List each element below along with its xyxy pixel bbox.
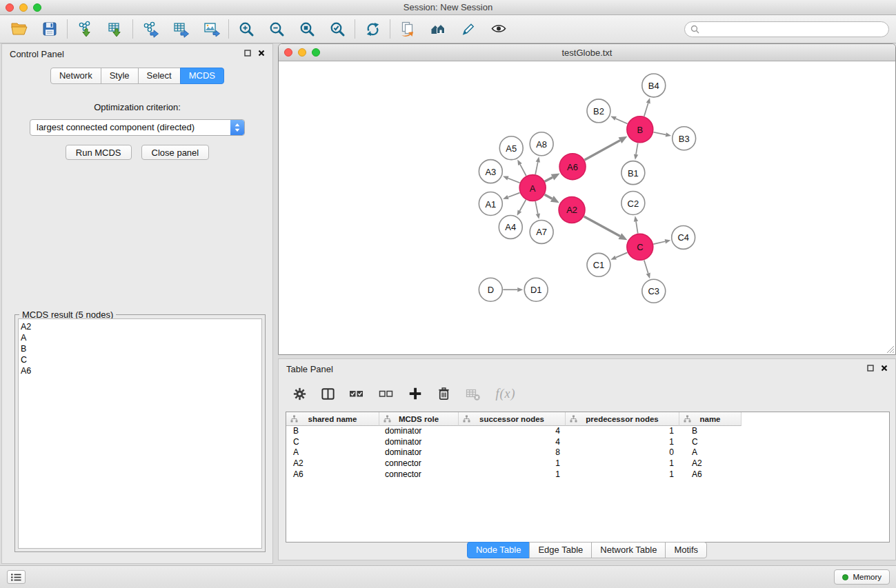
home-icon[interactable] <box>427 18 449 40</box>
table-cell[interactable]: 1 <box>459 469 566 480</box>
search-input[interactable] <box>703 25 883 34</box>
node-B[interactable]: B <box>627 116 653 143</box>
edge-A-A1[interactable] <box>508 193 520 197</box>
table-cell[interactable]: connector <box>379 458 459 469</box>
zoom-selected-icon[interactable] <box>326 18 348 40</box>
close-panel-button[interactable]: Close panel <box>141 145 210 160</box>
table-cell[interactable]: A2 <box>679 458 741 469</box>
mcds-result-list[interactable]: A2ABCA6 <box>18 318 262 549</box>
tab-select[interactable]: Select <box>138 68 181 84</box>
save-session-icon[interactable] <box>39 18 61 40</box>
table-row[interactable]: A2connector11A2 <box>286 458 889 469</box>
select-all-icon[interactable] <box>348 383 366 405</box>
table-cell[interactable]: C <box>679 437 741 448</box>
table-cell[interactable]: A6 <box>679 469 741 480</box>
table-cell[interactable]: C <box>286 437 379 448</box>
column-header-MCDS-role[interactable]: MCDS role <box>379 412 459 426</box>
network-close-button[interactable] <box>284 48 292 57</box>
close-table-panel-icon[interactable] <box>880 364 888 374</box>
network-maximize-button[interactable] <box>312 48 320 57</box>
table-row[interactable]: Cdominator41C <box>286 437 889 448</box>
node-B1[interactable]: B1 <box>621 161 645 185</box>
column-header-shared-name[interactable]: shared name <box>286 412 379 426</box>
node-C[interactable]: C <box>627 234 653 260</box>
table-settings-gear-icon[interactable] <box>291 383 308 405</box>
minimize-window-button[interactable] <box>19 3 28 12</box>
float-panel-icon[interactable] <box>243 49 252 59</box>
edge-A-A2[interactable] <box>545 194 552 199</box>
resize-grip-icon[interactable] <box>886 345 895 354</box>
table-row[interactable]: Bdominator41B <box>286 426 889 437</box>
import-network-icon[interactable] <box>74 18 96 40</box>
table-cell[interactable]: B <box>679 426 741 437</box>
network-canvas[interactable]: B4B2BB3A5A8A6B1A3AC2A1A2A4A7C4CC1C3DD1 <box>279 62 895 354</box>
node-D1[interactable]: D1 <box>524 278 548 301</box>
zoom-in-icon[interactable] <box>235 18 257 40</box>
documents-arrow-icon[interactable] <box>397 18 419 40</box>
table-cell[interactable]: A2 <box>286 458 379 469</box>
node-C2[interactable]: C2 <box>621 192 645 215</box>
node-A[interactable]: A <box>519 175 546 201</box>
add-column-icon[interactable] <box>407 383 424 405</box>
mcds-result-item[interactable]: A <box>21 332 261 343</box>
column-header-predecessor-nodes[interactable]: predecessor nodes <box>566 412 679 426</box>
import-table-icon[interactable] <box>104 18 126 40</box>
node-C3[interactable]: C3 <box>642 279 666 303</box>
pencil-icon[interactable] <box>457 18 479 40</box>
node-C4[interactable]: C4 <box>672 225 695 249</box>
export-image-icon[interactable] <box>200 18 222 40</box>
node-A8[interactable]: A8 <box>530 132 553 156</box>
node-D[interactable]: D <box>479 278 502 301</box>
column-header-name[interactable]: name <box>679 412 741 426</box>
tab-network[interactable]: Network <box>50 68 101 84</box>
table-cell[interactable]: 1 <box>566 458 679 469</box>
node-B3[interactable]: B3 <box>673 127 696 150</box>
mcds-result-item[interactable]: A2 <box>21 321 261 332</box>
table-cell[interactable]: dominator <box>379 447 459 458</box>
node-B2[interactable]: B2 <box>587 99 610 123</box>
table-cell[interactable]: connector <box>379 469 459 480</box>
memory-button[interactable]: Memory <box>834 569 890 585</box>
open-session-icon[interactable] <box>8 18 30 40</box>
node-A1[interactable]: A1 <box>479 192 502 216</box>
table-cell[interactable]: 1 <box>459 458 566 469</box>
tab-node-table[interactable]: Node Table <box>467 542 530 558</box>
edge-A6-B[interactable] <box>585 141 620 160</box>
table-cell[interactable]: 1 <box>566 426 679 437</box>
optimization-criterion-select[interactable]: largest connected component (directed) <box>30 119 245 136</box>
edge-C-C1[interactable] <box>616 252 628 257</box>
edge-A-A8[interactable] <box>535 162 538 174</box>
table-cell[interactable]: A6 <box>286 469 379 480</box>
node-A3[interactable]: A3 <box>479 160 502 183</box>
tab-network-table[interactable]: Network Table <box>591 542 666 558</box>
export-table-icon[interactable] <box>170 18 192 40</box>
table-cell[interactable]: 4 <box>459 437 566 448</box>
node-B4[interactable]: B4 <box>642 74 666 97</box>
tab-motifs[interactable]: Motifs <box>665 542 707 558</box>
run-mcds-button[interactable]: Run MCDS <box>66 145 132 160</box>
table-cell[interactable]: 1 <box>566 437 679 448</box>
table-row[interactable]: Adominator80A <box>286 447 889 458</box>
edge-B-B2[interactable] <box>616 119 628 124</box>
table-cell[interactable]: A <box>286 447 379 458</box>
edge-A-A7[interactable] <box>535 201 538 214</box>
tab-mcds[interactable]: MCDS <box>180 68 224 84</box>
table-cell[interactable]: dominator <box>379 426 459 437</box>
tab-edge-table[interactable]: Edge Table <box>529 542 592 558</box>
edge-B-B4[interactable] <box>644 103 648 116</box>
edge-C-C4[interactable] <box>653 241 665 244</box>
edge-C-C3[interactable] <box>644 260 648 273</box>
export-network-icon[interactable] <box>139 18 161 40</box>
edge-B-B3[interactable] <box>653 132 666 135</box>
network-minimize-button[interactable] <box>298 48 306 57</box>
edge-A-A3[interactable] <box>508 179 519 183</box>
node-A5[interactable]: A5 <box>499 136 523 160</box>
table-cell[interactable]: B <box>286 426 379 437</box>
column-header-successor-nodes[interactable]: successor nodes <box>459 412 566 426</box>
eye-icon[interactable] <box>488 18 510 40</box>
deselect-all-icon[interactable] <box>377 383 395 405</box>
table-cell[interactable]: dominator <box>379 437 459 448</box>
edge-C-C2[interactable] <box>636 221 638 233</box>
float-table-panel-icon[interactable] <box>866 364 875 374</box>
node-A2[interactable]: A2 <box>559 197 585 223</box>
